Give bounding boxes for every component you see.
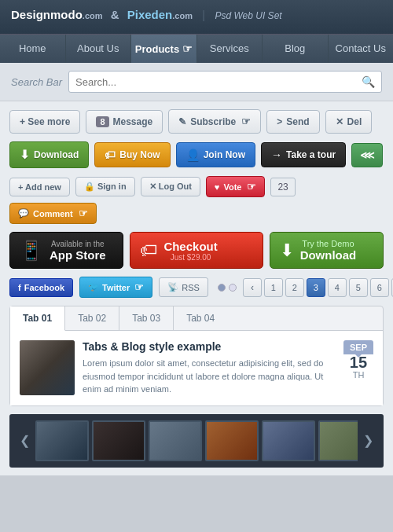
- sign-in-button[interactable]: 🔒 Sign in: [75, 177, 135, 196]
- tab-date: SEP 15 TH: [343, 340, 373, 380]
- tab-thumbnail: [20, 340, 75, 395]
- main-nav: Home About Us Products ☞ Services Blog C…: [0, 34, 393, 63]
- page-2[interactable]: 2: [285, 278, 304, 297]
- tab-content: Tabs & Blog style example Lorem ipsum do…: [10, 331, 383, 405]
- page-3[interactable]: 3: [307, 278, 325, 297]
- vote-button[interactable]: ♥ Vote ☞: [206, 176, 266, 197]
- thumb-item-2[interactable]: [92, 420, 145, 461]
- rss-icon: 📡: [167, 282, 178, 292]
- phone-icon: 📱: [20, 240, 43, 262]
- vote-icon: ♥: [215, 182, 220, 192]
- nav-item-contact[interactable]: Contact Us: [329, 35, 394, 63]
- cursor-icon-twitter: ☞: [134, 281, 144, 293]
- comment-button[interactable]: 💬 Comment ☞: [9, 203, 97, 224]
- search-input-wrap: 🔍: [68, 71, 382, 93]
- share-button[interactable]: ⋘: [351, 143, 383, 167]
- thumb-item-3[interactable]: [149, 420, 202, 461]
- thumb-item-6[interactable]: [318, 420, 358, 461]
- thumb-items: [35, 420, 358, 461]
- tab-02[interactable]: Tab 02: [65, 306, 119, 330]
- nav-item-services[interactable]: Services: [197, 35, 263, 63]
- page-4[interactable]: 4: [328, 278, 347, 297]
- demo-text: Try the Demo Download: [300, 239, 357, 262]
- tab-content-body: Lorem ipsum dolor sit amet, consectetur …: [83, 357, 336, 396]
- del-label: Del: [347, 116, 362, 127]
- subscribe-label: Subscribe: [190, 116, 236, 127]
- download-big-icon: ⬇: [280, 240, 294, 261]
- brand1-suffix: .com: [83, 11, 103, 20]
- cursor-icon-vote: ☞: [247, 181, 256, 193]
- thumb-item-1[interactable]: [35, 420, 89, 461]
- appstore-line1: Available in the: [50, 240, 106, 248]
- thumbnail-strip: ❮ ❯: [9, 414, 384, 468]
- nav-item-home[interactable]: Home: [0, 35, 66, 63]
- take-tour-button[interactable]: → Take a tour: [261, 142, 346, 167]
- subscribe-icon: ✎: [178, 116, 186, 127]
- twitter-label: Twitter: [102, 283, 130, 292]
- joinnow-label: Join Now: [204, 149, 245, 160]
- nav-item-about[interactable]: About Us: [66, 35, 132, 63]
- thumb-item-4[interactable]: [205, 420, 259, 461]
- rss-label: RSS: [182, 283, 200, 292]
- brand1-text: Designmodo: [11, 8, 83, 21]
- logout-button[interactable]: ✕ Log Out: [141, 177, 200, 196]
- del-icon: ✕: [336, 116, 343, 127]
- tab-text-block: Tabs & Blog style example Lorem ipsum do…: [83, 340, 336, 396]
- buynow-icon: 🏷: [105, 149, 116, 161]
- checkout-line2: Just $29.00: [163, 253, 217, 262]
- ampersand: &: [111, 8, 119, 21]
- facebook-button[interactable]: f Facebook: [9, 278, 73, 297]
- download-button[interactable]: ⬇ Download: [9, 141, 89, 168]
- brand2-suffix: .com: [172, 11, 193, 20]
- thumb-item-5[interactable]: [262, 420, 315, 461]
- rss-button[interactable]: 📡 RSS: [159, 277, 208, 297]
- cursor-icon: ☞: [182, 42, 193, 55]
- add-new-button[interactable]: + Add new: [9, 178, 70, 196]
- del-button[interactable]: ✕ Del: [325, 110, 373, 134]
- appstore-text: Available in the App Store: [50, 240, 106, 262]
- search-icon[interactable]: 🔍: [362, 75, 375, 88]
- thumb-next-arrow[interactable]: ❯: [361, 433, 376, 448]
- checkout-line1: Checkout: [163, 240, 217, 253]
- radio-dot-1[interactable]: [218, 284, 226, 292]
- checkout-button[interactable]: 🏷 Checkout Just $29.00: [130, 232, 263, 269]
- try-demo-button[interactable]: ⬇ Try the Demo Download: [270, 232, 384, 269]
- appstore-line2: App Store: [50, 248, 106, 262]
- see-more-button[interactable]: + See more: [9, 110, 80, 134]
- tab-01[interactable]: Tab 01: [10, 306, 65, 331]
- page-1[interactable]: 1: [264, 278, 283, 297]
- tab-04[interactable]: Tab 04: [174, 306, 227, 330]
- search-input[interactable]: [75, 76, 362, 88]
- nav-item-blog[interactable]: Blog: [263, 35, 329, 63]
- big-btn-row: 📱 Available in the App Store 🏷 Checkout …: [9, 232, 384, 269]
- header: Designmodo.com & Pixeden.com | Psd Web U…: [0, 0, 393, 34]
- twitter-button[interactable]: 🐦 Twitter ☞: [79, 277, 152, 298]
- small-btn-row: + Add new 🔒 Sign in ✕ Log Out ♥ Vote ☞ 2…: [9, 176, 384, 224]
- pagination-prev[interactable]: ‹: [243, 278, 262, 297]
- subscribe-button[interactable]: ✎ Subscribe ☞: [168, 109, 261, 134]
- checkout-text: Checkout Just $29.00: [163, 240, 217, 262]
- nav-item-products[interactable]: Products ☞: [131, 35, 197, 63]
- tab-content-title: Tabs & Blog style example: [83, 340, 336, 353]
- message-button[interactable]: 8 Message: [86, 110, 163, 134]
- buy-now-button[interactable]: 🏷 Buy Now: [94, 142, 170, 167]
- tabs-container: Tab 01 Tab 02 Tab 03 Tab 04 Tabs & Blog …: [9, 306, 384, 406]
- social-pagination-row: f Facebook 🐦 Twitter ☞ 📡 RSS ‹ 1 2 3 4 5…: [9, 277, 384, 298]
- vote-count: 23: [270, 178, 295, 196]
- tag-icon: 🏷: [140, 240, 157, 261]
- taketour-icon: →: [271, 149, 282, 161]
- join-now-button[interactable]: 👤 Join Now: [176, 142, 255, 167]
- page-5[interactable]: 5: [349, 278, 368, 297]
- vote-label: Vote: [223, 182, 241, 192]
- header-title: Designmodo.com & Pixeden.com | Psd Web U…: [11, 8, 382, 21]
- thumb-prev-arrow[interactable]: ❮: [17, 433, 32, 448]
- page-6[interactable]: 6: [370, 278, 389, 297]
- tab-03[interactable]: Tab 03: [119, 306, 174, 330]
- share-icon: ⋘: [360, 149, 374, 161]
- tabs-header: Tab 01 Tab 02 Tab 03 Tab 04: [10, 306, 383, 331]
- appstore-button[interactable]: 📱 Available in the App Store: [9, 232, 123, 269]
- joinnow-icon: 👤: [186, 149, 200, 161]
- facebook-label: Facebook: [24, 283, 64, 292]
- radio-dot-2[interactable]: [229, 284, 237, 292]
- send-button[interactable]: > Send: [266, 110, 319, 134]
